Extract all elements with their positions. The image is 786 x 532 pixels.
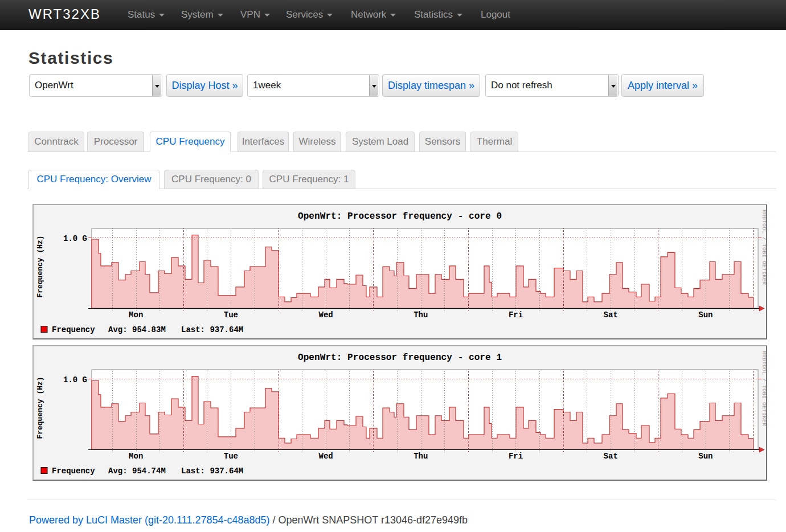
svg-text:Mon: Mon [129,452,143,461]
svg-text:Sun: Sun [698,310,713,320]
svg-text:1.0 G: 1.0 G [63,375,87,384]
svg-text:Tue: Tue [224,310,238,320]
svg-text:OpenWrt: Processor frequency -: OpenWrt: Processor frequency - core 1 [298,353,502,363]
svg-text:RRDTOOL / TOBI OETIKER: RRDTOOL / TOBI OETIKER [761,210,766,285]
svg-text:Last: 937.64M: Last: 937.64M [181,466,243,476]
svg-text:Thu: Thu [414,310,428,320]
svg-text:Frequency: Frequency [52,325,95,334]
svg-text:Avg: 954.83M: Avg: 954.83M [108,325,166,334]
svg-text:Avg: 954.74M: Avg: 954.74M [108,466,166,476]
svg-text:Frequency (Hz): Frequency (Hz) [36,377,44,439]
svg-text:RRDTOOL / TOBI OETIKER: RRDTOOL / TOBI OETIKER [761,351,766,426]
svg-text:Frequency (Hz): Frequency (Hz) [36,235,44,297]
svg-text:Sat: Sat [604,310,618,320]
svg-text:Sat: Sat [604,452,618,461]
svg-text:Wed: Wed [318,452,333,461]
svg-text:Tue: Tue [224,452,238,461]
svg-text:OpenWrt: Processor frequency -: OpenWrt: Processor frequency - core 0 [298,211,502,222]
svg-text:Last: 937.64M: Last: 937.64M [181,325,243,334]
svg-text:Fri: Fri [509,310,523,320]
svg-text:1.0 G: 1.0 G [63,234,87,243]
svg-text:Thu: Thu [414,452,428,461]
svg-text:Mon: Mon [129,310,143,320]
svg-text:Fri: Fri [509,452,523,461]
svg-text:Sun: Sun [698,452,713,461]
svg-text:Wed: Wed [318,310,333,320]
svg-text:Frequency: Frequency [52,466,95,476]
